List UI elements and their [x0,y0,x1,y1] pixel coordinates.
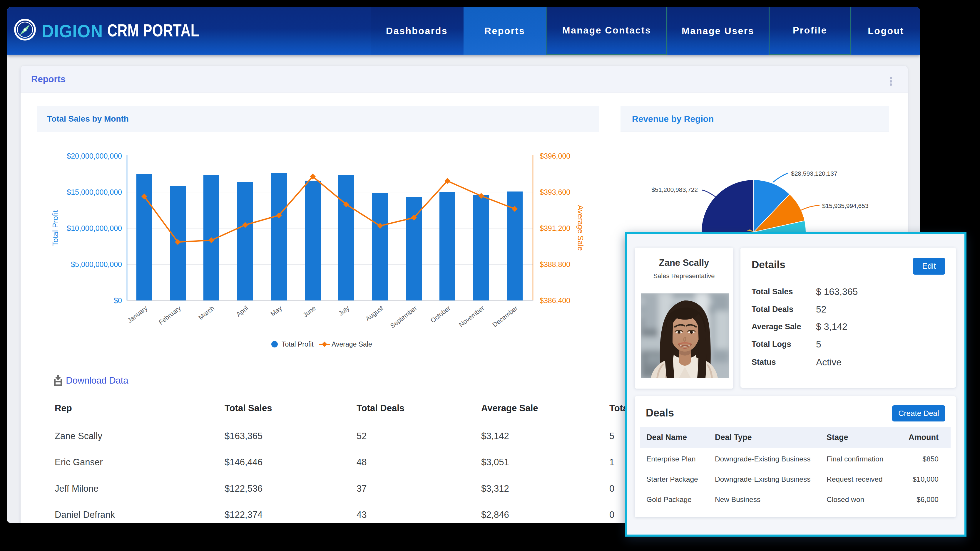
svg-text:July: July [337,304,351,317]
svg-text:December: December [491,304,519,329]
svg-text:February: February [157,304,182,326]
svg-text:November: November [458,304,485,329]
svg-text:$0: $0 [114,296,122,305]
svg-text:October: October [429,304,452,324]
svg-text:Total Profit: Total Profit [282,340,313,348]
svg-text:August: August [364,304,385,322]
svg-text:$51,200,983,722: $51,200,983,722 [651,186,698,193]
svg-text:April: April [235,304,250,318]
svg-text:March: March [197,304,216,321]
svg-text:June: June [302,304,317,319]
svg-text:September: September [389,304,418,330]
svg-text:$5,000,000,000: $5,000,000,000 [71,260,122,268]
svg-text:$15,935,994,653: $15,935,994,653 [822,202,869,209]
svg-text:Average Sale: Average Sale [576,205,585,251]
svg-text:$20,000,000,000: $20,000,000,000 [67,152,122,160]
svg-text:$396,000: $396,000 [540,152,570,160]
svg-text:May: May [269,304,283,318]
svg-text:$388,800: $388,800 [540,260,570,268]
svg-text:$28,593,120,137: $28,593,120,137 [791,170,837,177]
svg-text:Total Profit: Total Profit [51,210,60,246]
svg-text:$10,000,000,000: $10,000,000,000 [67,224,122,232]
svg-text:$391,200: $391,200 [540,224,570,232]
svg-text:$386,400: $386,400 [540,296,570,305]
svg-text:Average Sale: Average Sale [332,340,372,348]
svg-text:$393,600: $393,600 [540,188,570,196]
svg-text:$15,000,000,000: $15,000,000,000 [67,188,122,196]
svg-text:January: January [126,304,149,324]
